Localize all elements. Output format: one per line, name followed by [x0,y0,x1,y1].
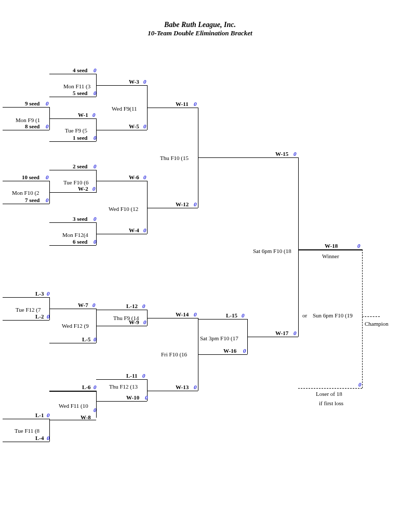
seed-2: 2 seed [73,163,87,169]
seed-5: 5 seed [73,90,87,96]
game-5: Tue F9 (5 [65,127,87,134]
adv-w16: W-16 [223,348,236,354]
adv-l1: L-1 [35,412,44,418]
score: 0 [358,381,362,388]
score: 0 [47,435,50,441]
dashed-line [362,316,380,317]
line [96,234,147,234]
bracket: 4 seed 0 Mon F11 (3 5 seed 0 W-3 0 9 see… [0,48,400,515]
game-9: Wed F12 (9 [62,323,89,329]
line [3,419,49,419]
score: 0 [94,135,97,141]
score: 0 [242,312,245,318]
seed-4: 4 seed [73,67,87,73]
line [49,192,96,193]
score: 0 [194,311,197,317]
seed-3: 3 seed [73,216,87,222]
score: 0 [46,123,49,129]
score: 0 [243,348,246,354]
line [96,391,97,418]
score: 0 [94,336,97,342]
line [96,401,147,402]
game-13: Thu F12 (13 [109,383,138,390]
adv-w1: W-1 [78,112,88,118]
adv-l5: L-5 [82,336,91,342]
firstloss-label: if first loss [319,400,343,406]
score: 0 [294,330,297,336]
seed-6: 6 seed [73,238,87,245]
score: 0 [294,151,297,157]
game-1: Mon F9 (1 [16,117,40,123]
score: 0 [143,123,146,129]
game-7: Tue F12 (7 [16,307,41,313]
seed-1: 1 seed [73,135,87,141]
score: 0 [194,384,197,390]
line [49,74,96,74]
line [49,141,96,142]
game-17: Sat 3pm F10 (17 [200,335,238,341]
line [96,181,147,181]
game-12: Wed F10 (12 [109,206,138,212]
score: 0 [194,101,197,107]
line [49,245,96,246]
score: 0 [94,216,97,222]
line [198,157,298,158]
line [147,108,198,108]
line [3,297,49,298]
line [298,249,362,250]
game-18: Sat 6pm F10 (18 [253,248,291,254]
score: 0 [94,67,97,73]
adv-w13: W-13 [176,384,189,390]
score: 0 [46,100,49,107]
line [147,318,198,318]
adv-w7: W-7 [78,302,88,308]
line [198,354,247,355]
line [96,379,147,380]
winner-label: Winner [322,253,339,259]
score: 0 [47,412,50,418]
score: 0 [47,313,50,320]
line [247,337,298,337]
line [147,181,148,234]
score: 0 [143,227,146,233]
score: 0 [94,90,97,96]
or-label: or [302,312,307,318]
line [96,130,147,130]
adv-l6: L-6 [82,384,91,390]
line [3,181,49,181]
adv-w15: W-15 [275,151,288,157]
score: 0 [145,394,148,401]
champion-label: Champion [365,321,389,327]
line [49,118,96,119]
line [96,85,147,86]
score: 0 [92,112,96,118]
score: 0 [94,238,97,245]
score: 0 [143,319,146,325]
line [49,391,96,392]
score: 0 [47,290,50,297]
seed-8: 8 seed [25,123,39,129]
page-subtitle: 10-Team Double Elimination Bracket [0,29,400,37]
line [3,320,49,321]
seed-9: 9 seed [25,100,39,107]
adv-w12: W-12 [176,201,189,207]
adv-w6: W-6 [129,174,139,180]
score: 0 [357,243,361,249]
game-19: Sun 6pm F10 (19 [313,312,353,318]
line [96,170,97,193]
line [49,420,96,420]
line [49,309,96,309]
adv-w14: W-14 [176,311,189,317]
adv-w10: W-10 [126,394,139,401]
score: 0 [143,174,146,180]
line [298,157,299,337]
loser18-label: Loser of 18 [316,391,342,397]
line [147,391,198,391]
adv-w9: W-9 [129,319,139,325]
line [3,204,49,204]
adv-w18: W-18 [325,243,338,249]
adv-w17: W-17 [275,330,288,336]
line [49,343,96,343]
dashed-line [298,388,362,389]
game-16: Fri F10 (16 [161,351,187,357]
